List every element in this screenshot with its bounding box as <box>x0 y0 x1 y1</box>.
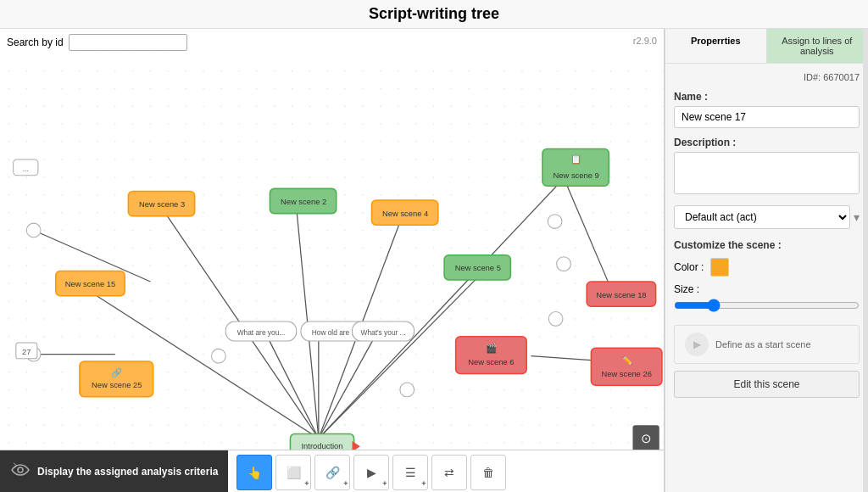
color-swatch[interactable] <box>710 258 729 277</box>
add-video-button[interactable]: ▶ + <box>353 455 389 490</box>
search-label: Search by id <box>7 36 64 48</box>
bottom-toolbar: Display the assigned analysis criteria 👆… <box>0 450 664 492</box>
size-label: Size : <box>674 283 860 295</box>
transfer-button[interactable]: ⇄ <box>431 455 467 490</box>
main-title: Script-writing tree <box>0 0 868 29</box>
name-input[interactable] <box>674 106 860 128</box>
start-scene-button[interactable]: ▶ Define as a start scene <box>674 325 860 364</box>
video-icon: ▶ <box>367 466 376 479</box>
tab-assign[interactable]: Assign to lines of analysis <box>767 29 869 63</box>
svg-text:New scene 15: New scene 15 <box>65 279 115 288</box>
list-icon: ☰ <box>405 466 416 479</box>
plus-icon: + <box>382 479 387 488</box>
svg-rect-51 <box>591 348 662 385</box>
add-scene-button[interactable]: ⬜ + <box>275 455 311 490</box>
add-list-button[interactable]: ☰ + <box>392 455 428 490</box>
act-select[interactable]: Default act (act) <box>674 205 850 229</box>
canvas-area: Search by id r2.9.0 <box>0 29 665 492</box>
svg-rect-48 <box>456 337 527 374</box>
play-icon: ▶ <box>685 333 709 356</box>
customize-label: Customize the scene : <box>674 239 860 251</box>
svg-text:New scene 18: New scene 18 <box>596 290 646 299</box>
svg-text:New scene 4: New scene 4 <box>382 209 428 218</box>
svg-point-21 <box>557 257 571 271</box>
search-input[interactable] <box>69 34 187 51</box>
svg-text:New scene 2: New scene 2 <box>281 197 326 206</box>
plus-icon: + <box>343 479 348 488</box>
description-label: Description : <box>674 137 860 148</box>
display-criteria-label: Display the assigned analysis criteria <box>37 466 218 479</box>
criteria-icon <box>10 461 31 483</box>
svg-text:🔗: 🔗 <box>111 367 123 378</box>
svg-text:New scene 25: New scene 25 <box>92 380 142 389</box>
panel-tabs: Properrties Assign to lines of analysis <box>665 29 868 64</box>
svg-text:...: ... <box>23 165 29 173</box>
scene-icon: ⬜ <box>287 466 301 479</box>
svg-text:How old are ...: How old are ... <box>312 328 358 337</box>
act-dropdown-row: Default act (act) ▾ <box>674 205 860 229</box>
svg-text:🎬: 🎬 <box>486 343 498 354</box>
svg-text:⊙: ⊙ <box>641 432 652 445</box>
svg-text:✏️: ✏️ <box>621 355 633 366</box>
svg-point-22 <box>548 312 563 327</box>
add-link-button[interactable]: 🔗 + <box>314 455 350 490</box>
color-label: Color : <box>674 261 704 273</box>
id-row: ID#: 6670017 <box>674 72 860 82</box>
id-label: ID#: <box>804 72 821 82</box>
id-value: 6670017 <box>823 72 860 82</box>
delete-button[interactable]: 🗑 <box>470 455 506 490</box>
canvas-top-bar: Search by id r2.9.0 <box>0 29 664 56</box>
svg-text:What are you...: What are you... <box>237 328 286 337</box>
color-row: Color : <box>674 258 860 277</box>
size-slider[interactable] <box>674 299 860 312</box>
svg-text:New scene 5: New scene 5 <box>455 263 501 272</box>
svg-text:New scene 6: New scene 6 <box>468 357 514 366</box>
toolbar-buttons: 👆 ⬜ + 🔗 + ▶ + ☰ <box>228 455 515 490</box>
name-label: Name : <box>674 91 860 103</box>
svg-text:New scene 3: New scene 3 <box>139 199 185 209</box>
link-icon: 🔗 <box>326 466 340 479</box>
svg-text:New scene 26: New scene 26 <box>601 369 651 378</box>
display-criteria-button[interactable]: Display the assigned analysis criteria <box>0 450 228 492</box>
tree-canvas[interactable]: ... 27 New scene 2 New scene 3 New scene… <box>0 29 664 492</box>
svg-rect-54 <box>80 361 153 397</box>
version-badge: r2.9.0 <box>633 36 657 46</box>
plus-icon: + <box>304 479 309 488</box>
trash-icon: 🗑 <box>482 466 494 479</box>
edit-scene-button[interactable]: Edit this scene <box>674 371 860 398</box>
svg-text:27: 27 <box>22 347 31 356</box>
size-row: Size : <box>674 283 860 315</box>
dropdown-arrow-icon: ▾ <box>854 210 860 224</box>
plus-icon: + <box>421 479 426 488</box>
svg-point-66 <box>18 467 23 472</box>
cursor-icon: 👆 <box>248 466 262 479</box>
tab-properties[interactable]: Properrties <box>665 29 767 63</box>
cursor-tool-button[interactable]: 👆 <box>236 455 272 490</box>
svg-point-17 <box>212 349 226 363</box>
svg-point-19 <box>400 383 415 397</box>
svg-text:What's your ...: What's your ... <box>361 328 406 337</box>
description-textarea[interactable] <box>674 152 860 194</box>
svg-point-20 <box>548 215 562 229</box>
start-scene-label: Define as a start scene <box>715 339 811 349</box>
svg-text:📋: 📋 <box>570 154 582 165</box>
svg-text:New scene 9: New scene 9 <box>554 171 599 180</box>
right-panel: Properrties Assign to lines of analysis … <box>665 29 868 492</box>
svg-point-16 <box>26 223 41 238</box>
panel-scrollbar[interactable] <box>863 29 868 492</box>
arrows-icon: ⇄ <box>444 466 454 479</box>
panel-content: ID#: 6670017 Name : Description : Defaul… <box>665 64 868 492</box>
